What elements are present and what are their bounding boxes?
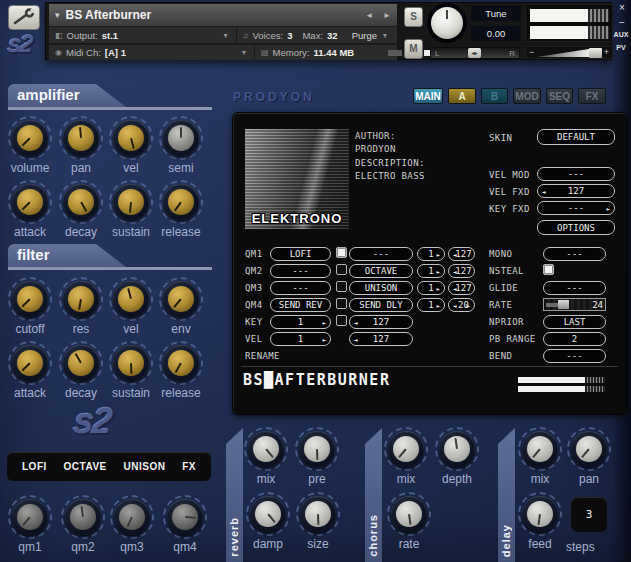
knob-delay-pan[interactable]: pan <box>566 427 612 486</box>
knob-reverb-size[interactable]: size <box>295 492 341 551</box>
key-fxd-field[interactable]: ---► <box>537 201 615 215</box>
vel-fxd-field[interactable]: ◄127 <box>537 184 615 198</box>
qm1-slot-b[interactable]: --- <box>349 247 413 261</box>
increment-icon[interactable]: ► <box>606 205 610 212</box>
qm3-slot-b[interactable]: UNISON <box>349 281 413 295</box>
knob-chorus-depth[interactable]: depth <box>434 427 480 486</box>
nsteal-checkbox[interactable] <box>543 264 554 275</box>
mono-field[interactable]: --- <box>543 247 606 261</box>
knob-amp-decay[interactable]: decay <box>58 180 104 239</box>
knob-filter-decay[interactable]: decay <box>58 341 104 400</box>
rate-slider-handle[interactable] <box>558 300 569 309</box>
qm4-num-field[interactable]: 1► <box>417 298 445 312</box>
knob-filter-vel[interactable]: vel <box>108 277 154 336</box>
prev-instrument-icon[interactable]: ◄ <box>365 11 373 20</box>
quick-item-unison[interactable]: UNISON <box>124 461 166 472</box>
knob-amp-attack[interactable]: attack <box>7 180 53 239</box>
knob-reverb-damp[interactable]: damp <box>245 492 291 551</box>
knob-filter-env[interactable]: env <box>158 277 204 336</box>
qm4-slot-a[interactable]: SEND REV <box>270 298 331 312</box>
pb-range-field[interactable]: 2 <box>543 332 606 346</box>
qm1-val-field[interactable]: ◄127 <box>448 247 475 261</box>
rename-button[interactable]: RENAME <box>245 351 280 361</box>
quick-item-fx[interactable]: FX <box>182 461 196 472</box>
qm3-num-field[interactable]: 1► <box>417 281 445 295</box>
mute-button[interactable]: M <box>404 39 423 59</box>
midi-channel-select[interactable]: ◉ Midi Ch: [A] 1 ▾ <box>49 45 255 60</box>
bend-field[interactable]: --- <box>543 349 606 363</box>
tab-main[interactable]: MAIN <box>413 88 443 104</box>
increment-icon[interactable]: ► <box>322 336 326 343</box>
qm4-slot-b[interactable]: SEND DLY <box>349 298 413 312</box>
qm3-val-field[interactable]: ◄127 <box>448 281 475 295</box>
vel-mod-field[interactable]: --- <box>537 167 615 181</box>
delay-steps-selector[interactable]: 3 <box>571 497 607 532</box>
pan-slider-handle[interactable]: ◂▸ <box>468 48 481 58</box>
qm1-enable-checkbox[interactable] <box>336 247 347 258</box>
increment-icon[interactable]: ► <box>436 251 440 258</box>
vel-low-field[interactable]: 1► <box>270 332 331 346</box>
key-low-field[interactable]: 1► <box>270 315 331 329</box>
pan-slider[interactable]: L R ◂▸ <box>430 47 520 59</box>
increment-icon[interactable]: ► <box>322 319 326 326</box>
quick-item-octave[interactable]: OCTAVE <box>64 461 107 472</box>
aux-button[interactable]: AUX <box>611 31 631 38</box>
decrement-icon[interactable]: ◄ <box>453 268 457 275</box>
tab-b[interactable]: B <box>481 88 508 104</box>
tab-seq[interactable]: SEQ <box>546 88 573 104</box>
increment-icon[interactable]: ► <box>436 302 440 309</box>
purge-dropdown-icon[interactable]: ▾ <box>383 31 387 40</box>
midi-dropdown-icon[interactable]: ▾ <box>242 48 246 57</box>
qm1-slot-a[interactable]: LOFI <box>270 247 331 261</box>
knob-filter-res[interactable]: res <box>58 277 104 336</box>
nprior-field[interactable]: LAST <box>543 315 606 329</box>
qm4-enable-checkbox[interactable] <box>336 298 347 309</box>
qm2-val-field[interactable]: ◄127 <box>448 264 475 278</box>
knob-delay-feed[interactable]: feed <box>517 492 563 551</box>
qm2-enable-checkbox[interactable] <box>336 264 347 275</box>
vel-high-field[interactable]: ◄127 <box>349 332 413 346</box>
knob-qm1[interactable]: qm1 <box>7 495 53 554</box>
tune-value[interactable]: 0.00 <box>471 26 521 41</box>
increment-icon[interactable]: ► <box>436 268 440 275</box>
increment-icon[interactable]: ► <box>466 302 470 309</box>
tab-fx[interactable]: FX <box>578 88 606 104</box>
output-select[interactable]: ◧ Output: st.1 ▾ <box>49 27 237 43</box>
rate-slider[interactable]: 24 <box>543 298 606 311</box>
solo-button[interactable]: S <box>404 7 423 27</box>
instrument-titlebar[interactable]: ▾ BS Afterburner ◄ ► <box>49 4 397 26</box>
qm3-slot-a[interactable]: --- <box>270 281 331 295</box>
qm2-slot-b[interactable]: OCTAVE <box>349 264 413 278</box>
output-dropdown-icon[interactable]: ▾ <box>224 31 228 40</box>
qm1-num-field[interactable]: 1► <box>417 247 445 261</box>
knob-amp-volume[interactable]: volume <box>7 116 53 175</box>
knob-filter-cutoff[interactable]: cutoff <box>7 277 53 336</box>
tab-a[interactable]: A <box>448 88 476 104</box>
knob-qm4[interactable]: qm4 <box>162 495 208 554</box>
knob-qm2[interactable]: qm2 <box>60 495 106 554</box>
knob-amp-pan[interactable]: pan <box>58 116 104 175</box>
qm2-slot-a[interactable]: --- <box>270 264 331 278</box>
knob-reverb-pre[interactable]: pre <box>294 427 340 486</box>
knob-amp-semi[interactable]: semi <box>158 116 204 175</box>
knob-chorus-rate[interactable]: rate <box>386 492 432 551</box>
volume-minus-icon[interactable]: − <box>529 47 534 57</box>
volume-slider[interactable]: − + <box>525 46 613 59</box>
collapse-caret-icon[interactable]: ▾ <box>55 10 60 20</box>
knob-filter-sustain[interactable]: sustain <box>108 341 154 400</box>
volume-plus-icon[interactable]: + <box>604 47 609 57</box>
edit-wrench-button[interactable] <box>8 5 40 30</box>
decrement-icon[interactable]: ◄ <box>354 319 358 326</box>
key-checkbox[interactable] <box>336 315 347 326</box>
knob-filter-attack[interactable]: attack <box>7 341 53 400</box>
knob-delay-mix[interactable]: mix <box>517 427 563 486</box>
knob-chorus-mix[interactable]: mix <box>383 427 429 486</box>
qm3-enable-checkbox[interactable] <box>336 281 347 292</box>
tune-knob[interactable] <box>431 7 463 39</box>
quick-item-lofi[interactable]: LOFI <box>22 461 47 472</box>
knob-reverb-mix[interactable]: mix <box>243 427 289 486</box>
minimize-icon[interactable]: − <box>615 17 629 28</box>
knob-amp-release[interactable]: release <box>158 180 204 239</box>
knob-amp-sustain[interactable]: sustain <box>108 180 154 239</box>
tab-mod[interactable]: MOD <box>513 88 541 104</box>
